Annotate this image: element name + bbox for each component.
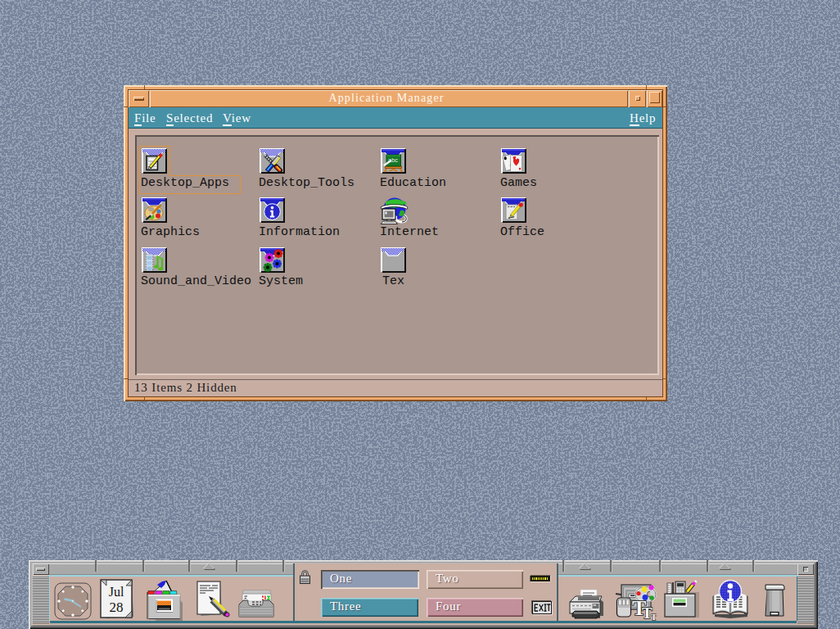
svg-text:Jul: Jul [109, 585, 124, 599]
svg-text:T: T [651, 612, 657, 622]
svg-text:28: 28 [110, 600, 124, 615]
